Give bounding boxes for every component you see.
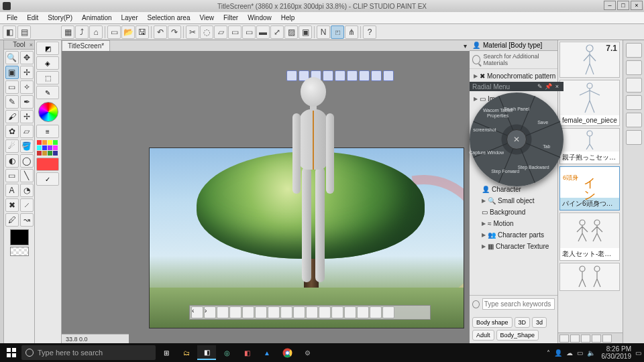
obj-bone[interactable] [293, 306, 305, 318]
radial-pin-icon[interactable]: ✎ [536, 83, 543, 90]
color-wheel[interactable] [38, 102, 58, 122]
radial-seg-5[interactable]: Capture Window [467, 150, 506, 156]
pose-reset[interactable] [383, 70, 394, 81]
menu-layer[interactable]: Layer [117, 13, 142, 23]
obj-next[interactable]: › [204, 306, 216, 318]
tag-3d[interactable]: 3D [515, 317, 531, 328]
taskbar-app1[interactable]: ◎ [217, 345, 236, 360]
automask-tool[interactable]: ✧ [20, 80, 34, 94]
material-header[interactable]: 👤 Material [Body type] [470, 40, 557, 51]
thumb-size-s[interactable] [559, 335, 569, 343]
thumb-5[interactable] [559, 263, 620, 291]
move-tool[interactable]: ✥ [20, 51, 34, 64]
eraser-tool[interactable]: ▱ [20, 125, 34, 138]
subtool-2[interactable]: ◈ [36, 56, 59, 70]
thumb-2[interactable]: 親子抱っこセット-幼児 [559, 128, 620, 164]
tray-volume-icon[interactable]: 🔈 [587, 349, 595, 357]
tone-button[interactable]: ▨ [284, 25, 298, 39]
tree-texture[interactable]: ▶▦ Character Texture [470, 241, 557, 252]
obj-pose1[interactable] [306, 306, 318, 318]
obj-extra[interactable] [382, 306, 394, 318]
cut-button[interactable]: ✂ [186, 25, 199, 39]
radial-center[interactable]: ✕ [506, 129, 527, 149]
new-button[interactable]: ▭ [107, 25, 121, 39]
obj-cam2[interactable] [242, 306, 254, 318]
tree-parts[interactable]: ▶👥 Character parts [470, 229, 557, 241]
maximize-button[interactable]: □ [617, 1, 629, 10]
taskbar-csp[interactable]: ◧ [197, 345, 216, 360]
3d-mannequin[interactable] [283, 77, 343, 285]
pose-scale[interactable] [347, 70, 358, 81]
operation-tool[interactable]: ▣ [5, 66, 19, 79]
obj-cam1[interactable] [229, 306, 241, 318]
dockbtn-3[interactable] [626, 78, 642, 93]
obj-prev[interactable]: ‹ [191, 306, 203, 318]
sel2-button[interactable]: ▭ [242, 25, 256, 39]
correct-tool[interactable]: ✖ [5, 198, 19, 212]
taskview-icon[interactable]: ⊞ [157, 345, 176, 360]
pose-light[interactable] [371, 70, 382, 81]
color-swatches[interactable] [9, 228, 30, 257]
taskbar-search[interactable]: Type here to search [21, 345, 156, 360]
redo-button[interactable]: ↷ [168, 25, 181, 39]
snap-button[interactable]: ⏍ [331, 25, 344, 39]
thumb-3[interactable]: イン6頭身 パイン6頭身つるペタ [559, 166, 620, 210]
radial-seg-4[interactable]: Step Forward [486, 169, 525, 174]
grid2-button[interactable]: ⋔ [345, 25, 358, 39]
fill-button[interactable]: ▬ [256, 25, 270, 39]
dockbtn-2[interactable] [626, 60, 642, 75]
thumb-size-l[interactable] [581, 335, 590, 343]
dockbtn-1[interactable] [626, 43, 642, 58]
layermove-tool[interactable]: ✢ [20, 66, 34, 79]
tray-battery-icon[interactable]: ▭ [577, 349, 583, 357]
background-swatch[interactable] [10, 247, 29, 256]
thumb-paste[interactable] [592, 335, 601, 343]
extra2-tool[interactable]: ↝ [20, 213, 34, 227]
frame-tool[interactable]: ▭ [5, 169, 19, 182]
magnify-tool[interactable]: 🔍 [5, 51, 19, 64]
share-button[interactable]: ⤴ [75, 25, 89, 39]
taskbar-settings[interactable]: ⚙ [298, 345, 317, 360]
border-button[interactable]: ▣ [299, 25, 312, 39]
tool-header[interactable]: Tool× [4, 40, 34, 50]
radial-titlebar[interactable]: Radial Menu ✎ 📌 × [470, 82, 564, 91]
menu-edit[interactable]: Edit [23, 13, 42, 23]
foreground-swatch[interactable] [10, 229, 29, 245]
tray-onedrive-icon[interactable]: ☁ [566, 349, 573, 357]
menu-story[interactable]: Story(P) [44, 13, 76, 23]
scale-button[interactable]: ⤢ [270, 25, 284, 39]
red-chip[interactable] [36, 158, 59, 171]
eyedrop-tool[interactable]: ✎ [5, 95, 19, 109]
material-search[interactable]: Search for Additional Materials [470, 51, 557, 69]
airbrush-tool[interactable]: ✢ [20, 110, 34, 123]
balloon-tool[interactable]: ◔ [20, 184, 34, 197]
radial-seg-2[interactable]: Tab [527, 144, 566, 149]
taskbar-explorer[interactable]: 🗂 [177, 345, 196, 360]
menu-help[interactable]: Help [277, 13, 299, 23]
menu-animation[interactable]: Animation [78, 13, 115, 23]
tab-dropdown[interactable]: ▾ [464, 42, 467, 50]
taskbar-clock[interactable]: 8:26 PM 6/30/2019 [602, 345, 632, 360]
tray-people-icon[interactable]: 👤 [554, 349, 562, 357]
tag-adult[interactable]: Adult [472, 330, 494, 341]
document-tab[interactable]: TitleScreen* [62, 40, 110, 51]
dockbtn-6[interactable] [626, 130, 642, 145]
subtool-3[interactable]: ⬚ [36, 71, 59, 84]
thumb-prop[interactable] [602, 335, 612, 343]
text-tool[interactable]: A [5, 184, 19, 197]
extra1-tool[interactable]: 🖊 [5, 213, 19, 227]
minimize-button[interactable]: – [604, 1, 616, 10]
subtool-1[interactable]: ◩ [36, 42, 59, 55]
tag-3d2[interactable]: 3d [532, 317, 547, 328]
obj-pose2[interactable] [319, 306, 331, 318]
pen-tool[interactable]: ✒ [20, 95, 34, 109]
figure-tool[interactable]: ◯ [20, 154, 34, 168]
ruler-tool[interactable]: ╲ [20, 169, 34, 182]
pose-camera[interactable] [359, 70, 370, 81]
erase-button[interactable]: ◌ [200, 25, 213, 39]
menu-filter[interactable]: Filter [219, 13, 242, 23]
subtool-5[interactable]: ✓ [36, 172, 59, 186]
keyword-input[interactable] [482, 298, 555, 310]
tray-up-icon[interactable]: ˄ [547, 349, 550, 357]
taskbar-app2[interactable]: ◧ [237, 345, 256, 360]
